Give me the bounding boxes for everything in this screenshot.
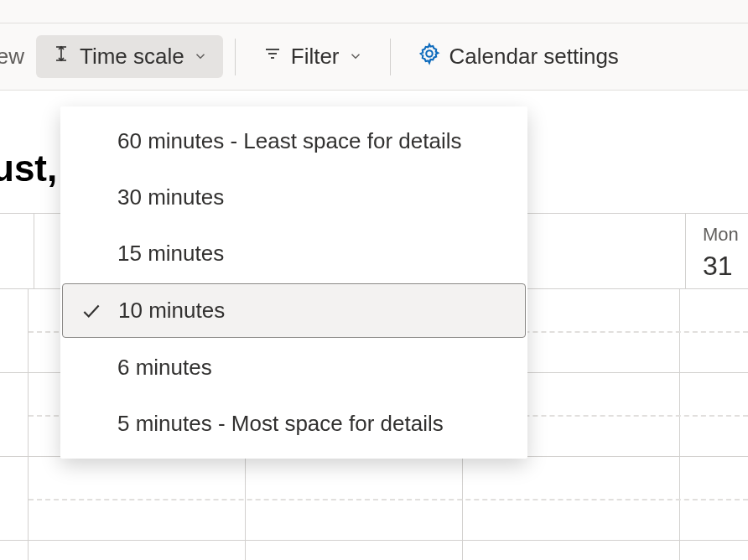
toolbar-divider xyxy=(390,39,391,75)
time-scale-label: Time scale xyxy=(80,44,184,70)
time-scale-option-60[interactable]: 60 minutes - Least space for details xyxy=(60,113,527,169)
grid-cell xyxy=(0,457,29,540)
grid-cell[interactable] xyxy=(246,457,463,540)
page-title-fragment: ust, xyxy=(0,148,57,189)
gear-icon xyxy=(418,42,441,71)
dropdown-label: 15 minutes xyxy=(117,241,509,267)
filter-button[interactable]: Filter xyxy=(247,35,378,78)
chevron-down-icon xyxy=(348,44,363,70)
filter-label: Filter xyxy=(291,44,340,70)
grid-cell[interactable] xyxy=(680,373,748,456)
grid-cell[interactable] xyxy=(680,289,748,372)
grid-cell xyxy=(0,373,29,456)
time-scale-option-30[interactable]: 30 minutes xyxy=(60,169,527,226)
time-scale-option-6[interactable]: 6 minutes xyxy=(60,340,527,396)
day-header-gutter xyxy=(0,214,34,288)
svg-point-6 xyxy=(426,50,432,56)
dropdown-label: 6 minutes xyxy=(117,355,509,381)
grid-cell xyxy=(0,289,29,372)
dropdown-label: 30 minutes xyxy=(117,184,509,210)
calendar-toolbar: iew Time scale Filter xyxy=(0,23,748,91)
app-top-strip xyxy=(0,0,748,23)
chevron-down-icon xyxy=(193,44,208,70)
grid-cell[interactable] xyxy=(463,541,680,560)
time-row[interactable] xyxy=(0,540,748,560)
filter-icon xyxy=(262,44,283,70)
time-scale-option-15[interactable]: 15 minutes xyxy=(60,226,527,282)
calendar-settings-label: Calendar settings xyxy=(449,44,619,70)
grid-cell[interactable] xyxy=(29,541,246,560)
toolbar-divider xyxy=(235,39,236,75)
grid-cell[interactable] xyxy=(463,457,680,540)
time-row[interactable] xyxy=(0,456,748,540)
day-name: Mon xyxy=(703,224,737,246)
check-icon xyxy=(80,300,103,322)
dropdown-label: 5 minutes - Most space for details xyxy=(117,411,509,437)
day-number: 31 xyxy=(703,251,737,282)
grid-cell[interactable] xyxy=(680,457,748,540)
toolbar-cutoff-text: iew xyxy=(0,44,36,70)
time-scale-option-10[interactable]: 10 minutes xyxy=(62,283,526,338)
time-scale-icon xyxy=(51,44,71,70)
grid-cell[interactable] xyxy=(29,457,246,540)
calendar-settings-button[interactable]: Calendar settings xyxy=(403,34,634,80)
dropdown-label: 10 minutes xyxy=(118,298,508,324)
time-scale-option-5[interactable]: 5 minutes - Most space for details xyxy=(60,396,527,452)
grid-cell[interactable] xyxy=(680,541,748,560)
time-scale-button[interactable]: Time scale xyxy=(36,35,223,78)
day-header-cell[interactable]: Mon 31 xyxy=(686,214,748,288)
grid-cell xyxy=(0,541,29,560)
dropdown-label: 60 minutes - Least space for details xyxy=(117,128,509,154)
time-scale-dropdown: 60 minutes - Least space for details 30 … xyxy=(60,106,527,459)
grid-cell[interactable] xyxy=(246,541,463,560)
